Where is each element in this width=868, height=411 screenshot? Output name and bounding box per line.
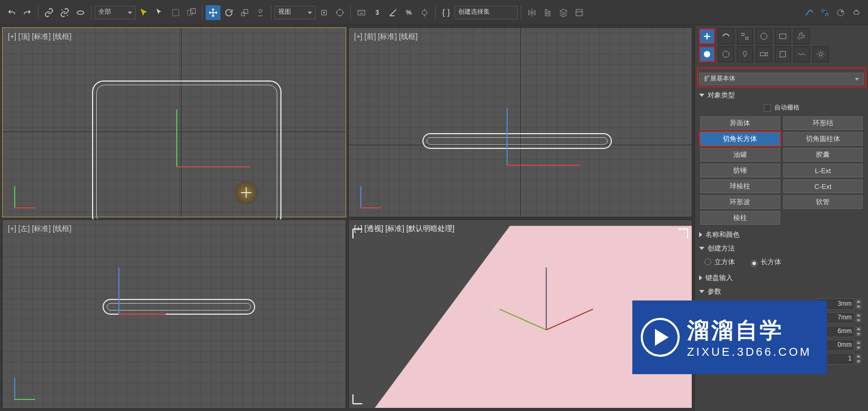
wrench-icon [797,32,806,41]
viewport-top[interactable]: [+] [顶] [标准] [线框] [2,27,346,217]
object-type-button[interactable]: 环形波 [700,195,780,209]
viewport-left[interactable]: [+] [左] [标准] [线框] [2,219,346,409]
move-icon [208,8,218,17]
select-move-button[interactable] [206,5,220,20]
rollout-creation-method[interactable]: 创建方法 [697,240,866,254]
material-editor-button[interactable] [833,5,848,20]
motion-tab[interactable] [756,28,772,44]
radio-box[interactable]: 长方体 [751,257,781,267]
unlink-button[interactable] [57,5,72,20]
select-manipulate-button[interactable] [332,5,347,20]
spinner-up[interactable] [855,340,862,345]
edit-named-sel-button[interactable]: { } [439,5,453,20]
hierarchy-tab[interactable] [737,28,753,44]
schematic-icon [820,8,830,17]
select-by-name-button[interactable] [153,5,167,20]
object-type-button[interactable]: 切角圆柱体 [783,132,863,146]
svg-point-29 [743,52,747,56]
helpers-category[interactable] [775,46,791,62]
use-pivot-center-button[interactable] [317,5,331,20]
modify-tab[interactable] [718,28,734,44]
object-type-button[interactable]: C-Ext [783,179,863,193]
rollout-object-type[interactable]: 对象类型 [697,87,866,101]
shapes-category[interactable] [718,46,734,62]
spacewarps-category[interactable] [794,46,810,62]
object-type-button[interactable]: 软管 [783,195,863,209]
utilities-tab[interactable] [794,28,810,44]
select-place-button[interactable] [253,5,268,20]
autogrid-label: 自动栅格 [774,103,800,112]
object-type-button[interactable]: 环形结 [783,116,863,130]
select-object-button[interactable] [137,5,152,20]
transform-gizmo[interactable] [176,99,255,167]
transform-gizmo[interactable] [507,97,586,166]
create-tab[interactable] [699,28,715,44]
ribbon-toggle-button[interactable] [572,5,587,20]
object-type-button[interactable]: 切角长方体 [700,132,780,146]
viewport-label[interactable]: [+] [左] [标准] [线框] [8,224,72,234]
rollout-keyboard[interactable]: 键盘输入 [697,270,866,284]
spinner-down[interactable] [855,359,862,364]
autogrid-checkbox[interactable] [764,104,771,112]
object-type-button[interactable]: 油罐 [700,148,780,162]
render-setup-button[interactable] [849,5,864,20]
primitive-category-select[interactable]: 扩展基本体 [699,73,864,85]
radio-cube[interactable]: 立方体 [704,257,735,267]
systems-category[interactable] [813,46,829,62]
spinner-up[interactable] [855,354,862,359]
display-tab[interactable] [775,28,791,44]
window-crossing-button[interactable] [184,5,199,20]
spinner-up[interactable] [855,326,862,332]
viewport-front[interactable]: [+] [前] [标准] [线框] [348,27,692,217]
object-type-button[interactable]: 异面体 [700,116,780,130]
select-rotate-button[interactable] [221,5,236,20]
helper-icon [778,49,788,59]
rollout-params[interactable]: 参数 [697,284,866,297]
viewport-label[interactable]: [+] [顶] [标准] [线框] [8,32,72,42]
align-button[interactable] [540,5,555,20]
spinner-down[interactable] [855,332,862,337]
cameras-category[interactable] [756,46,772,62]
spinner-down[interactable] [855,304,862,309]
viewport-label[interactable]: [+] [前] [标准] [线框] [354,32,418,42]
transform-gizmo[interactable] [118,262,181,315]
spinner-snap-button[interactable] [417,5,432,20]
snap-toggle-button[interactable]: 3 [370,5,385,20]
object-type-button[interactable]: 胶囊 [783,148,863,162]
spinner-down[interactable] [855,345,862,350]
geometry-category[interactable] [699,46,715,62]
spinner-up[interactable] [855,313,862,318]
object-type-button[interactable]: L-Ext [783,164,863,177]
select-rectangle-button[interactable] [168,5,183,20]
toolbar-separator [350,6,351,19]
angle-snap-button[interactable] [386,5,400,20]
object-type-button[interactable]: 纺锤 [700,164,780,177]
link-button[interactable] [42,5,56,20]
spinner-down[interactable] [855,318,862,323]
object-type-button[interactable]: 球棱柱 [700,179,780,193]
undo-button[interactable] [4,5,19,20]
mirror-button[interactable] [524,5,539,20]
keyboard-shortcut-button[interactable] [354,5,369,20]
ref-coord-system-select[interactable]: 视图 [275,6,316,19]
layer-manager-button[interactable] [556,5,571,20]
creation-method-radios: 立方体 长方体 [697,254,866,270]
select-scale-button[interactable] [237,5,252,20]
place-icon [256,8,265,17]
watermark-title: 溜溜自学 [687,316,812,345]
lights-category[interactable] [737,46,753,62]
object-type-button[interactable]: 棱柱 [700,211,780,225]
spinner-up[interactable] [855,299,862,304]
spinner-snap-icon [420,8,429,17]
toolbar-separator [91,6,92,19]
rollout-name-color[interactable]: 名称和颜色 [697,227,866,240]
redo-button[interactable] [20,5,35,20]
percent-snap-button[interactable]: % [401,5,416,20]
selection-filter-select[interactable]: 全部 [95,6,136,19]
svg-rect-30 [760,53,765,56]
curve-editor-button[interactable] [802,5,816,20]
bind-spacewarp-button[interactable] [73,5,88,20]
schematic-view-button[interactable] [817,5,832,20]
named-selection-input[interactable]: 创建选择集 [455,6,518,19]
rotate-icon [224,8,234,17]
